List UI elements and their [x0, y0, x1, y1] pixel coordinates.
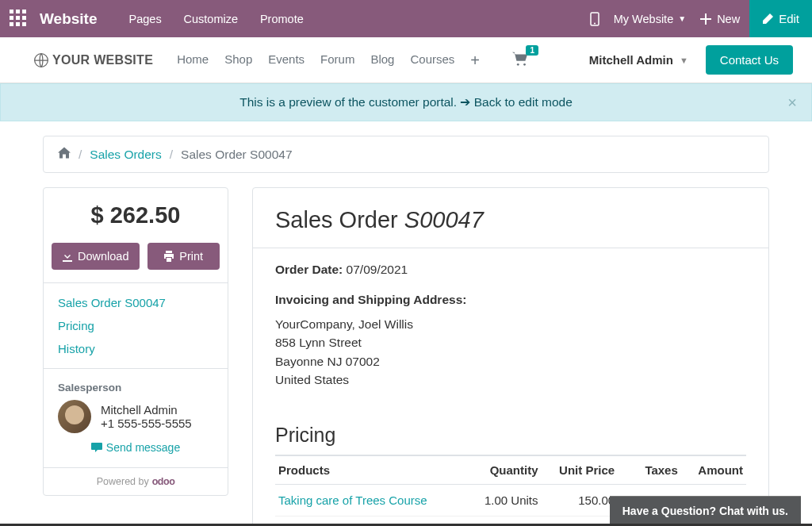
website-selector[interactable]: My Website ▼ [614, 13, 686, 25]
product-link[interactable]: Taking care of Trees Course [278, 493, 427, 507]
odoo-logo: odoo [152, 476, 175, 487]
site-logo[interactable]: YOUR WEBSITE [33, 52, 153, 68]
avatar [58, 400, 91, 433]
home-icon[interactable] [58, 147, 71, 162]
nav-home[interactable]: Home [177, 52, 209, 68]
nav-courses[interactable]: Courses [410, 52, 454, 68]
breadcrumb-sep: / [79, 148, 82, 162]
arrow-right-icon: ➔ [460, 95, 470, 109]
nav-blog[interactable]: Blog [370, 52, 394, 68]
site-logo-text: YOUR WEBSITE [52, 53, 153, 67]
top-bar: Website Pages Customize Promote My Websi… [0, 0, 812, 37]
cart-count-badge: 1 [526, 45, 538, 56]
user-menu[interactable]: Mitchell Admin ▼ [589, 53, 688, 67]
order-date: Order Date: 07/09/2021 [275, 263, 746, 277]
main-panel: Sales Order S00047 Order Date: 07/09/202… [252, 187, 769, 526]
alert-link-text: Back to edit mode [474, 95, 573, 109]
website-selector-label: My Website [614, 13, 673, 25]
new-button[interactable]: New [700, 13, 740, 25]
cell-qty: 1.00 Units [467, 485, 541, 516]
col-products: Products [275, 455, 467, 485]
edit-label: Edit [779, 12, 799, 25]
print-button[interactable]: Print [147, 243, 220, 270]
mobile-preview-icon[interactable] [590, 12, 599, 26]
address-title: Invoicing and Shipping Address: [275, 293, 746, 307]
anchor-order[interactable]: Sales Order S00047 [58, 296, 213, 309]
title-ref: S00047 [404, 207, 484, 232]
svg-point-3 [517, 63, 519, 66]
sidebar: $ 262.50 Download Print Sales Order S000… [43, 187, 228, 496]
back-to-edit-link[interactable]: ➔ Back to edit mode [460, 95, 572, 109]
livechat-widget[interactable]: Have a Question? Chat with us. [610, 496, 801, 525]
page-scroll[interactable]: This is a preview of the customer portal… [0, 83, 812, 526]
chevron-down-icon: ▼ [680, 56, 688, 65]
salesperson-section: Salesperson Mitchell Admin +1 555-555-55… [44, 369, 228, 468]
pricing-heading: Pricing [275, 424, 746, 447]
order-date-value: 07/09/2021 [347, 263, 408, 276]
cell-price: 150.00 [542, 485, 619, 516]
col-quantity: Quantity [467, 455, 541, 485]
salesperson-phone: +1 555-555-5555 [101, 417, 192, 430]
breadcrumb-sep: / [170, 148, 173, 162]
breadcrumb-current: Sales Order S00047 [181, 148, 292, 162]
preview-alert: This is a preview of the customer portal… [0, 83, 812, 121]
svg-point-4 [523, 63, 526, 66]
apps-icon[interactable] [10, 10, 29, 29]
addr-line: 858 Lynn Street [275, 333, 746, 351]
salesperson-name: Mitchell Admin [101, 403, 192, 417]
nav-shop[interactable]: Shop [224, 52, 252, 68]
contact-us-button[interactable]: Contact Us [706, 45, 793, 75]
nav-events[interactable]: Events [268, 52, 304, 68]
site-nav: Home Shop Events Forum Blog Courses + [177, 52, 496, 68]
content-row: $ 262.50 Download Print Sales Order S000… [43, 187, 769, 526]
col-taxes: Taxes [618, 455, 681, 485]
app-brand[interactable]: Website [40, 10, 98, 28]
title-prefix: Sales Order [275, 207, 404, 232]
addr-line: United States [275, 371, 746, 389]
breadcrumb-sales-orders[interactable]: Sales Orders [90, 148, 161, 162]
site-navbar: YOUR WEBSITE Home Shop Events Forum Blog… [0, 37, 812, 83]
user-name: Mitchell Admin [589, 53, 673, 67]
top-nav: Pages Customize Promote [129, 13, 323, 25]
chevron-down-icon: ▼ [678, 14, 686, 23]
print-label: Print [179, 250, 203, 263]
anchor-history[interactable]: History [58, 342, 213, 355]
breadcrumb: / Sales Orders / Sales Order S00047 [43, 136, 769, 173]
address: YourCompany, Joel Willis 858 Lynn Street… [275, 315, 746, 389]
new-label: New [717, 13, 740, 25]
order-date-label: Order Date: [275, 263, 347, 276]
addr-line: Bayonne NJ 07002 [275, 352, 746, 371]
download-label: Download [78, 250, 129, 263]
alert-close-button[interactable]: × [787, 94, 797, 112]
nav-customize[interactable]: Customize [184, 13, 239, 25]
addr-line: YourCompany, Joel Willis [275, 315, 746, 333]
nav-forum[interactable]: Forum [320, 52, 354, 68]
col-unit-price: Unit Price [542, 455, 619, 485]
nav-pages[interactable]: Pages [129, 13, 162, 25]
salesperson-label: Salesperson [58, 382, 213, 394]
page-title: Sales Order S00047 [275, 207, 746, 233]
order-total: $ 262.50 [44, 188, 228, 243]
add-menu-icon[interactable]: + [470, 52, 480, 68]
edit-button[interactable]: Edit [749, 0, 812, 37]
nav-promote[interactable]: Promote [260, 13, 304, 25]
send-message-link[interactable]: Send message [91, 441, 180, 454]
col-amount: Amount [681, 455, 746, 485]
send-message-label: Send message [106, 441, 180, 454]
alert-text: This is a preview of the customer portal… [239, 95, 460, 109]
side-links: Sales Order S00047 Pricing History [44, 282, 228, 369]
download-button[interactable]: Download [52, 243, 140, 270]
powered-by: Powered by odoo [44, 468, 228, 495]
cart-button[interactable]: 1 [511, 51, 529, 69]
anchor-pricing[interactable]: Pricing [58, 319, 213, 332]
